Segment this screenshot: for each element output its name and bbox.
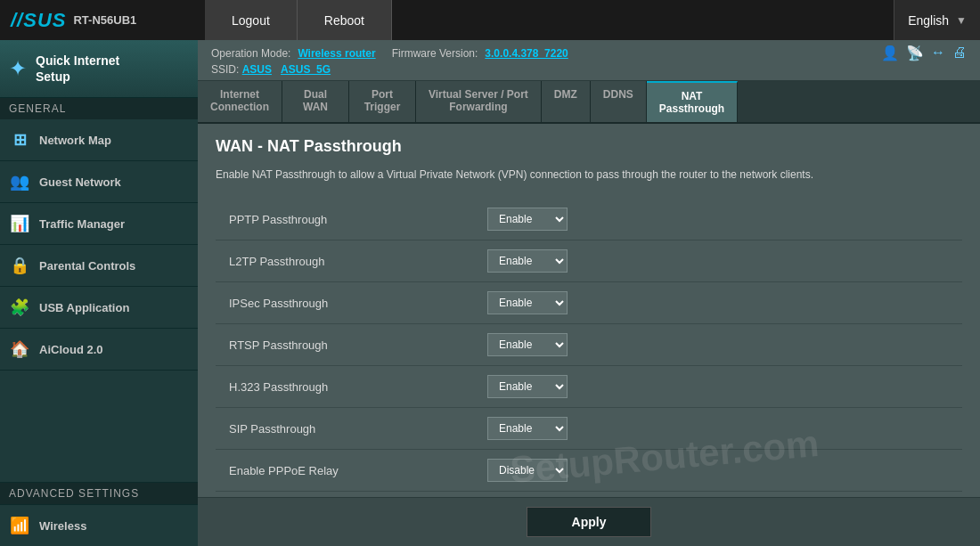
sidebar-label-parental-controls: Parental Controls (39, 259, 135, 273)
sidebar-label-aicloud: AiCloud 2.0 (39, 343, 103, 356)
logo-text: //SUS (11, 9, 66, 32)
tab-virtual-server[interactable]: Virtual Server / Port Forwarding (416, 81, 542, 122)
logout-button[interactable]: Logout (205, 0, 298, 40)
ipsec-select[interactable]: EnableDisable (487, 291, 568, 314)
info-bar: Operation Mode: Wireless router Firmware… (198, 40, 980, 81)
info-icons: 👤 📡 ↔ 🖨 (881, 45, 967, 61)
settings-table: PPTP Passthrough EnableDisable L2TP Pass… (216, 199, 962, 492)
pppoe-relay-select[interactable]: DisableEnable (487, 459, 568, 482)
logo-area: //SUS RT-N56UB1 (0, 0, 205, 40)
l2tp-label: L2TP Passthrough (216, 240, 474, 282)
h323-value-cell: EnableDisable (474, 366, 962, 408)
sidebar-item-parental-controls[interactable]: 🔒 Parental Controls (0, 245, 198, 287)
table-row: RTSP Passthrough EnableDisable (216, 324, 962, 366)
rtsp-select[interactable]: EnableDisable (487, 333, 568, 356)
tab-ddns[interactable]: DDNS (591, 81, 647, 122)
sidebar: ✦ Quick Internet Setup General ⊞ Network… (0, 40, 198, 546)
sidebar-label-wireless: Wireless (39, 519, 86, 533)
tabs: Internet Connection Dual WAN Port Trigge… (198, 81, 980, 124)
main-layout: ✦ Quick Internet Setup General ⊞ Network… (0, 40, 980, 546)
advanced-settings-label: Advanced Settings (0, 483, 198, 504)
l2tp-select[interactable]: EnableDisable (487, 249, 568, 273)
network-map-icon: ⊞ (9, 130, 30, 150)
operation-mode-value: Wireless router (298, 47, 375, 60)
chevron-down-icon: ▼ (956, 14, 967, 27)
pppoe-relay-label: Enable PPPoE Relay (216, 450, 474, 492)
table-row: H.323 Passthrough EnableDisable (216, 366, 962, 408)
parental-controls-icon: 🔒 (9, 256, 30, 275)
printer-icon[interactable]: 🖨 (952, 45, 967, 61)
sidebar-item-guest-network[interactable]: 👥 Guest Network (0, 161, 198, 203)
table-row: PPTP Passthrough EnableDisable (216, 199, 962, 240)
h323-label: H.323 Passthrough (216, 366, 474, 408)
sidebar-label-network-map: Network Map (39, 134, 111, 147)
table-row: SIP Passthrough EnableDisable (216, 408, 962, 450)
page-content: SetupRouter.com WAN - NAT Passthrough En… (198, 124, 980, 497)
firmware-label: Firmware Version: (392, 47, 478, 60)
apply-bar: Apply (198, 497, 980, 546)
firmware-value: 3.0.0.4.378_7220 (485, 47, 568, 60)
reboot-button[interactable]: Reboot (298, 0, 392, 40)
quick-internet-setup[interactable]: ✦ Quick Internet Setup (0, 40, 198, 98)
l2tp-value-cell: EnableDisable (474, 240, 962, 282)
sidebar-item-usb-application[interactable]: 🧩 USB Application (0, 287, 198, 329)
sidebar-label-guest-network: Guest Network (39, 175, 121, 189)
language-selector[interactable]: English ▼ (894, 0, 980, 40)
table-row: L2TP Passthrough EnableDisable (216, 240, 962, 282)
share-icon[interactable]: ↔ (931, 45, 945, 61)
ssid-label: SSID: (211, 63, 239, 76)
rtsp-value-cell: EnableDisable (474, 324, 962, 366)
sidebar-item-wireless[interactable]: 📶 Wireless (0, 504, 198, 546)
sidebar-label-usb-application: USB Application (39, 301, 129, 314)
ssid-value-2: ASUS_5G (281, 63, 331, 76)
usb-application-icon: 🧩 (9, 297, 30, 317)
rtsp-label: RTSP Passthrough (216, 324, 474, 366)
quick-setup-label: Quick Internet Setup (36, 53, 119, 85)
ssid-row: SSID: ASUS ASUS_5G (211, 63, 967, 76)
logo-model: RT-N56UB1 (73, 13, 136, 27)
wireless-icon: 📶 (9, 516, 30, 535)
sip-select[interactable]: EnableDisable (487, 417, 568, 440)
page-title: WAN - NAT Passthrough (216, 137, 962, 156)
aicloud-icon: 🏠 (9, 339, 30, 359)
tab-nat-passthrough[interactable]: NAT Passthrough (647, 81, 738, 122)
pptp-label: PPTP Passthrough (216, 199, 474, 240)
tab-dmz[interactable]: DMZ (542, 81, 591, 122)
tab-dual-wan[interactable]: Dual WAN (282, 81, 349, 122)
sip-value-cell: EnableDisable (474, 408, 962, 450)
pptp-select[interactable]: EnableDisable (487, 208, 568, 231)
traffic-manager-icon: 📊 (9, 214, 30, 233)
tab-port-trigger[interactable]: Port Trigger (349, 81, 416, 122)
topbar: //SUS RT-N56UB1 Logout Reboot English ▼ (0, 0, 980, 40)
guest-network-icon: 👥 (9, 172, 30, 192)
info-bar-row1: Operation Mode: Wireless router Firmware… (211, 45, 967, 61)
page-description: Enable NAT Passthrough to allow a Virtua… (216, 167, 962, 183)
pppoe-relay-value-cell: DisableEnable (474, 450, 962, 492)
general-section-label: General (0, 98, 198, 119)
pptp-value-cell: EnableDisable (474, 199, 962, 240)
sidebar-item-aicloud[interactable]: 🏠 AiCloud 2.0 (0, 329, 198, 371)
users-icon[interactable]: 👤 (881, 45, 899, 61)
sidebar-bottom: Advanced Settings 📶 Wireless (0, 482, 198, 546)
ipsec-value-cell: EnableDisable (474, 282, 962, 324)
table-row: Enable PPPoE Relay DisableEnable (216, 450, 962, 492)
top-buttons: Logout Reboot (205, 0, 894, 40)
table-row: IPSec Passthrough EnableDisable (216, 282, 962, 324)
operation-mode-label: Operation Mode: (211, 47, 290, 60)
tab-internet-connection[interactable]: Internet Connection (198, 81, 282, 122)
language-label: English (908, 13, 949, 28)
h323-select[interactable]: EnableDisable (487, 375, 568, 398)
content-area: Operation Mode: Wireless router Firmware… (198, 40, 980, 546)
sidebar-item-traffic-manager[interactable]: 📊 Traffic Manager (0, 203, 198, 245)
network-icon[interactable]: 📡 (906, 45, 924, 61)
apply-button[interactable]: Apply (527, 507, 652, 537)
sidebar-item-network-map[interactable]: ⊞ Network Map (0, 119, 198, 161)
quick-setup-icon: ✦ (9, 56, 27, 81)
sip-label: SIP Passthrough (216, 408, 474, 450)
ssid-value-1: ASUS (242, 63, 272, 76)
ipsec-label: IPSec Passthrough (216, 282, 474, 324)
sidebar-label-traffic-manager: Traffic Manager (39, 217, 125, 231)
